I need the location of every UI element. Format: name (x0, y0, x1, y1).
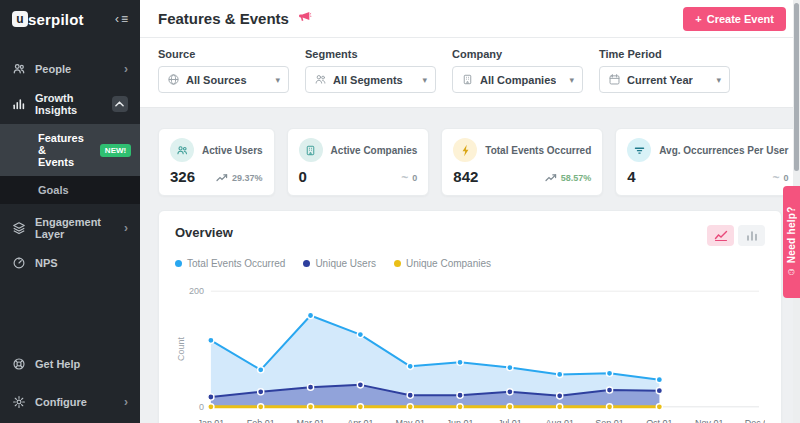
bar-chart-icon (12, 97, 26, 111)
source-select[interactable]: All Sources ▾ (158, 66, 289, 93)
selected-value: Current Year (627, 74, 693, 86)
collapse-section-button[interactable] (112, 96, 128, 112)
stat-value: 0 (299, 168, 307, 185)
time-period-select[interactable]: Current Year ▾ (599, 66, 730, 93)
legend-label: Unique Users (315, 258, 376, 269)
gauge-icon (12, 256, 26, 270)
calendar-icon (608, 73, 621, 86)
chart-legend: Total Events Occurred Unique Users Uniqu… (175, 258, 765, 269)
trend-indicator: ~ 0 (401, 173, 417, 183)
legend-dot (175, 260, 182, 267)
legend-item[interactable]: Unique Users (303, 258, 376, 269)
sidebar-item-label: Configure (35, 396, 87, 408)
line-chart-toggle-button[interactable] (707, 225, 734, 246)
stat-label: Active Companies (331, 145, 418, 156)
new-badge: NEW! (100, 144, 131, 157)
chart-canvas: 0200Jan 01Feb 01Mar 01Apr 01May 01Jun 01… (175, 279, 765, 423)
line-chart-icon (714, 230, 728, 241)
svg-text:Feb 01: Feb 01 (247, 418, 275, 423)
svg-text:Apr 01: Apr 01 (347, 418, 373, 423)
filter-label: Company (452, 48, 583, 60)
area-chart[interactable]: 0200Jan 01Feb 01Mar 01Apr 01May 01Jun 01… (175, 279, 765, 423)
stat-card-avg-occurrences: Avg. Occurrences Per User 4 ~ 0 (615, 128, 800, 196)
svg-text:Nov 01: Nov 01 (695, 418, 723, 423)
sidebar-item-people[interactable]: People › (0, 54, 140, 84)
people-icon (12, 62, 26, 76)
trend-value: 58.57% (561, 173, 592, 183)
segments-select[interactable]: All Segments ▾ (305, 66, 436, 93)
company-select[interactable]: All Companies ▾ (452, 66, 583, 93)
legend-label: Unique Companies (406, 258, 491, 269)
page-title: Features & Events (158, 10, 289, 27)
selected-value: All Segments (333, 74, 403, 86)
sidebar-nav: People › Growth Insights Features & Even… (0, 54, 140, 423)
sidebar-item-label: Features & Events (38, 132, 84, 168)
svg-text:May 01: May 01 (396, 418, 425, 423)
caret-down-icon: ▾ (716, 75, 721, 85)
filter-label: Source (158, 48, 289, 60)
create-event-label: Create Event (707, 13, 774, 25)
stat-value: 842 (453, 168, 478, 185)
legend-item[interactable]: Unique Companies (394, 258, 491, 269)
sidebar-item-engagement-layer[interactable]: Engagement Layer › (0, 208, 140, 248)
create-event-button[interactable]: + Create Event (683, 7, 786, 31)
sidebar-item-growth-insights[interactable]: Growth Insights (0, 84, 140, 124)
svg-text:0: 0 (199, 402, 204, 412)
bar-chart-toggle-button[interactable] (738, 225, 765, 246)
sidebar-item-configure[interactable]: Configure › (0, 387, 140, 417)
svg-text:Mar 01: Mar 01 (297, 418, 325, 423)
legend-item[interactable]: Total Events Occurred (175, 258, 285, 269)
svg-text:Jul 01: Jul 01 (498, 418, 522, 423)
menu-icon: ≡ (121, 12, 128, 26)
active-users-icon (170, 138, 194, 162)
selected-value: All Sources (186, 74, 247, 86)
sidebar-item-label: People (35, 63, 71, 75)
avg-occurrences-icon (627, 138, 651, 162)
svg-text:Sep 01: Sep 01 (595, 418, 623, 423)
sidebar: userpilot ‹ ≡ People › Growth Insights (0, 0, 140, 423)
selected-value: All Companies (480, 74, 556, 86)
stats-row: Active Users 326 29.37% (158, 128, 782, 196)
logo-u-icon: u (12, 11, 28, 27)
page-header: Features & Events + Create Event (140, 0, 800, 38)
trend-value: 0 (412, 173, 417, 183)
overview-card: Overview Total Events Occurred (158, 210, 782, 423)
stat-value: 4 (627, 168, 635, 185)
caret-down-icon: ▾ (275, 75, 280, 85)
sidebar-item-goals[interactable]: Goals (0, 176, 140, 204)
sidebar-item-nps[interactable]: NPS (0, 248, 140, 278)
sidebar-item-features-events[interactable]: Features & Events NEW! (0, 124, 140, 176)
need-help-label: Need help? (786, 206, 797, 263)
trend-indicator: ~ 0 (772, 173, 788, 183)
svg-text:Count: Count (176, 337, 186, 361)
filter-segments: Segments All Segments ▾ (305, 48, 436, 93)
caret-down-icon: ▾ (569, 75, 574, 85)
sidebar-item-get-help[interactable]: Get Help (0, 349, 140, 379)
chevron-right-icon: › (124, 63, 128, 75)
svg-text:Jan 01: Jan 01 (197, 418, 224, 423)
trend-value: 0 (783, 173, 788, 183)
layers-icon (12, 221, 26, 235)
chevron-right-icon: › (124, 222, 128, 234)
stat-card-active-companies: Active Companies 0 ~ 0 (287, 128, 430, 196)
trend-up-icon (216, 173, 228, 182)
sidebar-item-label: Engagement Layer (35, 216, 115, 240)
scrollbar-thumb[interactable] (794, 3, 799, 171)
megaphone-icon (297, 10, 312, 28)
smiley-icon: ☺ (786, 267, 797, 278)
svg-text:Dec 01: Dec 01 (745, 418, 765, 423)
gear-icon (12, 395, 26, 409)
svg-text:Aug 01: Aug 01 (546, 418, 574, 423)
chevron-up-icon (115, 101, 124, 107)
users-icon (314, 73, 327, 86)
filter-source: Source All Sources ▾ (158, 48, 289, 93)
stat-card-active-users: Active Users 326 29.37% (158, 128, 275, 196)
need-help-tab[interactable]: ☺ Need help? (783, 186, 800, 298)
sidebar-collapse-button[interactable]: ‹ ≡ (115, 12, 128, 26)
stat-label: Avg. Occurrences Per User (659, 145, 788, 156)
chevron-left-icon: ‹ (115, 12, 119, 26)
filter-bar: Source All Sources ▾ Segments All Segmen… (140, 38, 800, 108)
stat-value: 326 (170, 168, 195, 185)
trend-indicator: 29.37% (216, 173, 263, 183)
caret-down-icon: ▾ (422, 75, 427, 85)
